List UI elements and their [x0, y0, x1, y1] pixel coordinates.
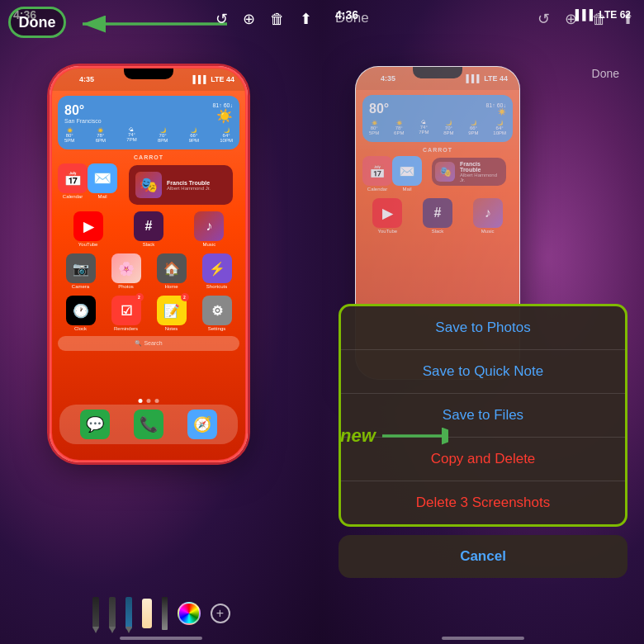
add-tool-button[interactable]: +	[211, 604, 230, 623]
app-row-1: 📅 Calendar ✉️ Mail 🎭	[51, 162, 246, 208]
camera-app[interactable]: 📷	[66, 253, 96, 283]
photos-app[interactable]: 🌸	[111, 253, 141, 283]
app-row-2: ▶ YouTube # Slack ♪ Music	[51, 210, 246, 249]
done-arrow	[74, 12, 231, 40]
weather-icon: ☀️	[212, 108, 233, 124]
done-button-container: Done	[8, 7, 66, 38]
app-row-4: 🕐 Clock ☑ 2 Reminders 📝 2	[51, 294, 246, 333]
left-panel: 4:36 Done ↺ ⊕ 🗑 ⬆	[0, 0, 322, 644]
right-home-indicator	[442, 637, 524, 640]
right-weather-widget: 80° 81↑ 60↓☀️ ☀️80°5PM ☀️78°6PM 🌤74°7PM …	[362, 95, 513, 142]
color-wheel[interactable]	[178, 602, 201, 625]
done-button[interactable]: Done	[8, 7, 66, 38]
phone-signal: ▌▌▌ LTE 44	[193, 75, 234, 83]
delete-screenshots-item[interactable]: Delete 3 Screenshots	[341, 481, 625, 524]
right-done-button[interactable]: Done	[335, 10, 369, 26]
new-arrow-svg	[382, 424, 448, 447]
music-card: 🎭 Francis Trouble Albert Hammond Jr.	[122, 163, 239, 206]
right-panel: 4:36 ▌▌▌ LTE 62 Done ↺ ⊕ 🗑 ⬆ 4:35 ▌▌▌ LT…	[322, 0, 644, 644]
calendar-app[interactable]: 📅	[58, 163, 88, 193]
tool-eraser[interactable]	[142, 599, 152, 628]
youtube-app[interactable]: ▶	[73, 211, 103, 241]
weather-sublabel: San Francisco	[64, 118, 102, 124]
left-phone-screenshot: 4:35 ▌▌▌ LTE 44 80° San Francisco 81↑ 60…	[50, 66, 248, 462]
app-section-label: CARROT	[51, 154, 246, 160]
weather-hours: ☀️80°5PM ☀️78°6PM 🌤74°7PM 🌙70°8PM 🌙66°9P…	[64, 127, 233, 143]
dot-3	[155, 399, 159, 403]
search-bar[interactable]: 🔍 Search	[58, 336, 239, 351]
music-title: Francis Trouble	[167, 180, 226, 186]
left-home-indicator	[120, 637, 202, 640]
app-row-3: 📷 Camera 🌸 Photos 🏠 Home ⚡ Shortcuts	[51, 252, 246, 291]
safari-dock[interactable]: 🧭	[187, 410, 217, 439]
weather-widget: 80° San Francisco 81↑ 60↓ ☀️ ☀️80°5PM ☀️…	[58, 96, 239, 149]
dot-2	[147, 399, 151, 403]
weather-highlow: 81↑ 60↓	[212, 102, 233, 108]
right-rotate-icon[interactable]: ↺	[537, 10, 550, 28]
music-artist: Albert Hammond Jr.	[167, 186, 226, 191]
right-markup-icon[interactable]: ⊕	[565, 10, 577, 28]
settings-app[interactable]: ⚙	[202, 296, 232, 325]
tool-pencil[interactable]	[162, 597, 168, 630]
action-sheet-main: Save to Photos Save to Quick Note Save t…	[339, 304, 627, 527]
right-delete-icon[interactable]: 🗑	[592, 11, 607, 28]
notes-badge: 2	[181, 293, 189, 301]
notes-app[interactable]: 📝 2	[157, 296, 187, 325]
tool-pen-1[interactable]	[92, 597, 99, 630]
right-done-label: Done	[592, 66, 619, 81]
right-phone-notch	[413, 67, 462, 78]
save-to-quick-note-item[interactable]: Save to Quick Note	[341, 350, 625, 394]
share-icon[interactable]: ⬆	[300, 10, 312, 28]
phone-dock[interactable]: 📞	[134, 410, 163, 439]
main-container: 4:36 Done ↺ ⊕ 🗑 ⬆	[0, 0, 644, 644]
page-dots	[139, 399, 159, 403]
rotate-icon[interactable]: ↺	[215, 10, 228, 28]
tool-pen-2[interactable]	[109, 597, 116, 630]
right-toolbar-icons: ↺ ⊕ 🗑 ⬆	[537, 10, 634, 28]
music-app[interactable]: ♪	[194, 211, 224, 241]
dock: 💬 📞 🧭	[59, 405, 238, 444]
messages-dock[interactable]: 💬	[80, 410, 110, 439]
cancel-button[interactable]: Cancel	[339, 535, 627, 578]
right-share-icon[interactable]: ⬆	[622, 10, 634, 28]
tools-bar: +	[0, 590, 322, 636]
delete-icon[interactable]: 🗑	[270, 11, 285, 28]
slack-app[interactable]: #	[134, 211, 163, 241]
home-app[interactable]: 🏠	[157, 253, 187, 283]
weather-temp: 80°	[64, 103, 102, 118]
phone-notch	[124, 68, 173, 79]
music-art: 🎭	[135, 172, 162, 198]
tool-pen-blue[interactable]	[125, 597, 132, 630]
save-to-photos-item[interactable]: Save to Photos	[341, 306, 625, 350]
reminders-badge: 2	[135, 293, 144, 301]
dot-1	[139, 399, 143, 403]
mail-app[interactable]: ✉️	[88, 163, 117, 193]
reminders-app[interactable]: ☑ 2	[111, 296, 141, 325]
new-label-container: new	[340, 424, 448, 447]
done-arrow-svg	[74, 12, 231, 36]
new-label: new	[340, 425, 376, 447]
clock-app[interactable]: 🕐	[66, 296, 96, 325]
phone-time: 4:35	[79, 75, 94, 83]
shortcuts-app[interactable]: ⚡	[202, 253, 232, 283]
markup-icon[interactable]: ⊕	[243, 10, 255, 28]
left-toolbar-icons: ↺ ⊕ 🗑 ⬆	[215, 10, 312, 28]
